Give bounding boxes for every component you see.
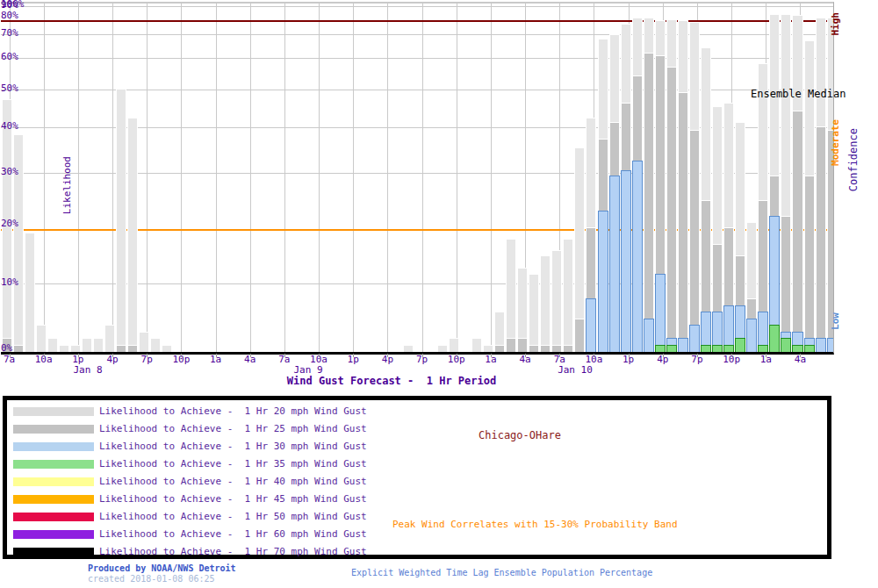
gridline-h	[1, 34, 833, 35]
bar-25-mph	[529, 345, 539, 352]
x-axis-tick	[147, 354, 148, 357]
bar-25-mph	[127, 345, 138, 352]
bar-30-mph	[632, 161, 643, 352]
bar-25-mph	[678, 92, 688, 352]
gridline-v	[284, 3, 285, 352]
x-axis-tick	[457, 354, 457, 357]
bar-25-mph	[116, 345, 126, 352]
bar-35-mph	[781, 338, 791, 352]
x-axis-tick	[250, 354, 251, 357]
y-tick-label: 60%	[1, 52, 18, 62]
x-axis-tick	[697, 354, 698, 357]
bar-20-mph	[25, 233, 35, 352]
x-axis-tick	[559, 354, 560, 357]
x-axis-tick	[594, 354, 594, 357]
bar-20-mph	[82, 338, 92, 352]
legend-label: Likelihood to Achieve - 1 Hr 70 mph Wind…	[99, 546, 367, 557]
bar-20-mph	[437, 345, 448, 352]
bar-30-mph	[816, 338, 826, 352]
x-axis-tick	[216, 354, 217, 357]
gridline-v	[491, 3, 492, 352]
bar-20-mph	[93, 338, 104, 352]
bar-25-mph	[517, 338, 528, 352]
legend-swatch	[13, 442, 94, 451]
bar-35-mph	[712, 345, 723, 352]
bar-35-mph	[723, 345, 734, 352]
x-axis-tick	[181, 354, 182, 357]
bar-30-mph	[655, 274, 666, 352]
gridline-v	[78, 3, 79, 352]
x-axis-tick	[353, 354, 354, 357]
bar-30-mph	[827, 338, 834, 352]
x-axis-tick	[491, 354, 492, 357]
bar-35-mph	[769, 325, 780, 352]
x-date-label: Jan 8	[73, 364, 102, 376]
y-tick-label: 10%	[1, 277, 18, 288]
x-axis-tick	[387, 354, 388, 357]
confidence-low-label: Low	[830, 312, 841, 330]
legend-label: Likelihood to Achieve - 1 Hr 20 mph Wind…	[99, 405, 367, 417]
bar-25-mph	[644, 53, 654, 352]
gridline-v	[250, 3, 251, 352]
bar-30-mph	[609, 176, 620, 352]
gridline-h	[1, 6, 833, 7]
x-axis-tick	[766, 354, 766, 357]
bar-30-mph	[586, 298, 596, 352]
bar-30-mph	[621, 170, 631, 352]
gridline-v	[319, 3, 320, 352]
bar-35-mph	[792, 345, 802, 352]
bar-25-mph	[792, 111, 802, 353]
ensemble-median-label: Ensemble Median	[751, 88, 846, 100]
legend-label: Likelihood to Achieve - 1 Hr 50 mph Wind…	[99, 511, 367, 522]
legend-label: Likelihood to Achieve - 1 Hr 25 mph Wind…	[99, 423, 367, 434]
x-axis-tick	[44, 354, 45, 357]
y-tick-label: 0%	[1, 343, 12, 354]
x-axis-tick	[629, 354, 630, 357]
confidence-axis-label: Confidence	[847, 128, 860, 191]
threshold-line-high-confidence	[1, 20, 833, 22]
bar-25-mph	[804, 176, 815, 352]
gridline-v	[422, 3, 423, 352]
bar-20-mph	[150, 338, 161, 352]
y-tick-label: 80%	[1, 11, 18, 21]
legend-row: Likelihood to Achieve - 1 Hr 40 mph Wind…	[7, 475, 827, 492]
bar-20-mph	[116, 89, 126, 352]
bar-35-mph	[701, 345, 711, 352]
gridline-v	[216, 3, 217, 352]
y-axis-title: Likelihood	[61, 156, 73, 214]
x-axis-tick	[78, 354, 79, 357]
bar-20-mph	[162, 345, 172, 352]
bar-35-mph	[735, 338, 745, 352]
legend-label: Likelihood to Achieve - 1 Hr 60 mph Wind…	[99, 528, 367, 540]
legend-row: Likelihood to Achieve - 1 Hr 20 mph Wind…	[7, 405, 827, 422]
footer-produced-by: Produced by NOAA/NWS Detroit	[88, 563, 236, 573]
gridline-v	[147, 3, 148, 352]
bar-20-mph	[551, 250, 562, 352]
x-axis-tick	[800, 354, 801, 357]
bar-25-mph	[574, 319, 585, 353]
legend-swatch	[13, 530, 94, 539]
legend-swatch	[13, 513, 94, 521]
x-axis-tick	[319, 354, 320, 357]
legend-row: Likelihood to Achieve - 1 Hr 30 mph Wind…	[7, 440, 827, 457]
bar-20-mph	[563, 239, 573, 352]
bar-25-mph	[506, 338, 516, 352]
bar-25-mph	[551, 345, 562, 352]
legend-row: Likelihood to Achieve - 1 Hr 25 mph Wind…	[7, 422, 827, 440]
bar-30-mph	[598, 211, 608, 352]
chart-title: Wind Gust Forecast - 1 Hr Period	[287, 375, 496, 387]
bar-20-mph	[59, 345, 69, 352]
bar-20-mph	[506, 239, 516, 352]
bar-25-mph	[540, 345, 551, 352]
bar-25-mph	[494, 345, 505, 352]
legend-swatch	[13, 548, 94, 556]
legend-row: Likelihood to Achieve - 1 Hr 35 mph Wind…	[7, 457, 827, 475]
y-tick-label: 50%	[1, 83, 18, 94]
wind-gust-forecast-chart: 0%10%20%30%40%50%60%70%80%90%100% 7a10a1…	[0, 0, 878, 588]
bar-20-mph	[47, 338, 58, 352]
bar-30-mph	[689, 325, 700, 352]
bar-30-mph	[644, 319, 654, 353]
legend-row: Likelihood to Achieve - 1 Hr 60 mph Wind…	[7, 527, 827, 545]
bar-30-mph	[678, 338, 688, 352]
footer-method: Explicit Weighted Time Lag Ensemble Popu…	[351, 568, 652, 577]
